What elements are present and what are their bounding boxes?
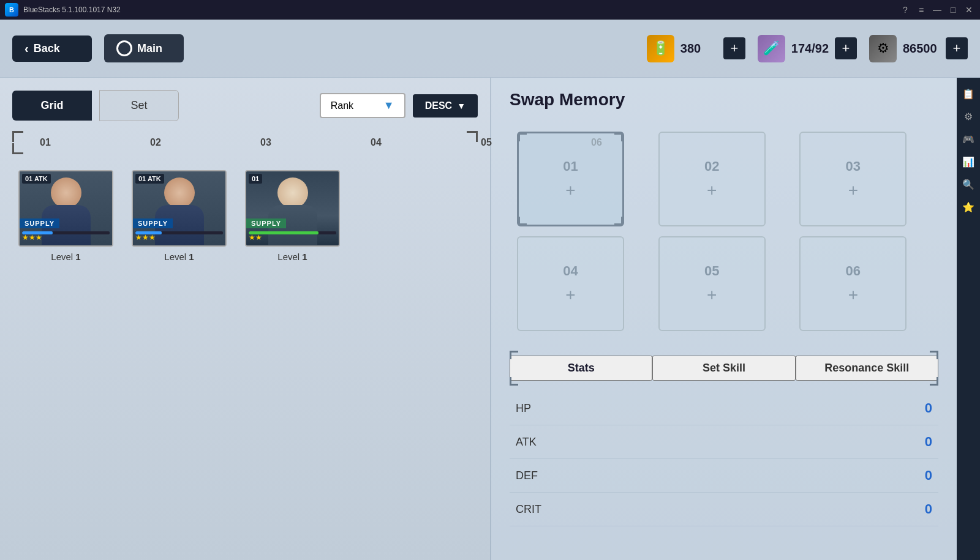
tab-filter-row: Grid Set Rank ▼ DESC ▼	[12, 90, 478, 121]
stats-bracket-tl	[510, 351, 518, 359]
rank-chevron-icon: ▼	[383, 99, 394, 112]
memory-slot-5[interactable]: 05 +	[658, 236, 766, 331]
bracket-bl	[12, 143, 23, 154]
flask-resource: 🧪 174/92 +	[758, 35, 857, 62]
card-level-label-3: Level 1	[277, 252, 307, 262]
card-frame-3: 01 SUPPLY ★★	[245, 170, 340, 247]
stat-value-crit: 0	[895, 501, 932, 517]
memory-slot-4[interactable]: 04 +	[517, 236, 624, 331]
memory-slot-3[interactable]: 03 +	[799, 132, 907, 226]
slot-number-4: 04	[563, 263, 578, 279]
tab-set[interactable]: Set	[99, 90, 179, 121]
tab-set-skill[interactable]: Set Skill	[652, 356, 795, 381]
stat-row-def: DEF 0	[510, 459, 938, 493]
main-label: Main	[137, 42, 162, 55]
sidebar-icon-2[interactable]: ⚙	[959, 106, 978, 126]
slot1-bracket-tr	[614, 133, 623, 141]
rank-dropdown[interactable]: Rank ▼	[320, 93, 405, 118]
left-panel: Grid Set Rank ▼ DESC ▼ 01 02	[0, 78, 490, 560]
maximize-button[interactable]: □	[947, 4, 959, 16]
sidebar-icon-5[interactable]: 🔍	[959, 174, 978, 194]
slot-number-1: 01	[563, 159, 578, 174]
gear-icon: ⚙	[869, 35, 897, 62]
slot-number-6: 06	[846, 263, 861, 279]
stat-name-atk: ATK	[516, 436, 895, 449]
card-badge-1: 01 ATK	[22, 174, 51, 184]
sidebar-icon-3[interactable]: 🎮	[959, 129, 978, 149]
swap-memory-title: Swap Memory	[510, 90, 938, 110]
stats-header: Stats Set Skill Resonance Skill	[510, 351, 938, 386]
desc-arrow-icon: ▼	[457, 101, 466, 111]
list-item[interactable]: 01 SUPPLY ★★ Level 1	[245, 170, 340, 262]
close-button[interactable]: ✕	[963, 4, 975, 16]
back-label: Back	[34, 42, 60, 55]
sidebar-icon-6[interactable]: ⭐	[959, 197, 978, 217]
menu-button[interactable]: ≡	[915, 4, 927, 16]
card-level-label-2: Level 1	[164, 252, 194, 262]
gear-add-button[interactable]: +	[946, 37, 968, 59]
stats-bracket-bl	[510, 377, 518, 386]
memory-slot-2[interactable]: 02 +	[658, 132, 766, 226]
stats-section: Stats Set Skill Resonance Skill HP 0 ATK…	[510, 351, 938, 548]
stat-name-def: DEF	[516, 469, 895, 482]
card-type-3: SUPPLY	[246, 218, 286, 228]
back-button[interactable]: ‹ Back	[12, 35, 92, 62]
titlebar-controls: ? ≡ — □ ✕	[899, 4, 975, 16]
desc-label: DESC	[425, 100, 452, 111]
stat-value-def: 0	[895, 468, 932, 483]
desc-button[interactable]: DESC ▼	[413, 94, 478, 118]
card-stars-1: ★★★	[22, 233, 42, 242]
card-type-1: SUPPLY	[20, 218, 59, 228]
bracket-tr	[467, 131, 478, 142]
titlebar: B BlueStacks 5.1.100.1017 N32 ? ≡ — □ ✕	[0, 0, 980, 20]
slot1-bracket-br	[614, 217, 623, 225]
memory-slot-1[interactable]: 01 +	[517, 132, 624, 226]
help-button[interactable]: ?	[899, 4, 911, 16]
app-area: ‹ Back Main 🔋 380 + 🧪 174/92 + ⚙ 86500 +	[0, 20, 980, 560]
sidebar-icon-1[interactable]: 📋	[959, 84, 978, 103]
slot1-bracket-bl	[518, 217, 527, 225]
tab-resonance-skill[interactable]: Resonance Skill	[796, 356, 938, 381]
col-03: 03	[247, 137, 284, 148]
tab-grid[interactable]: Grid	[12, 91, 92, 121]
topbar: ‹ Back Main 🔋 380 + 🧪 174/92 + ⚙ 86500 +	[0, 20, 980, 78]
memory-slots-container: 01 + 02 + 03 + 04	[510, 124, 938, 338]
battery-icon: 🔋	[647, 35, 674, 62]
stats-rows: HP 0 ATK 0 DEF 0 CRIT 0	[510, 392, 938, 526]
card-stars-2: ★★★	[135, 233, 156, 242]
main-button[interactable]: Main	[104, 34, 184, 62]
tab-stats[interactable]: Stats	[510, 356, 652, 381]
memory-slots-grid: 01 + 02 + 03 + 04	[517, 132, 931, 331]
card-frame-1: 01 ATK SUPPLY ★★★	[18, 170, 113, 247]
slot-plus-2: +	[707, 181, 717, 200]
back-arrow-icon: ‹	[24, 42, 29, 56]
stats-bracket-br	[930, 377, 938, 386]
stat-row-atk: ATK 0	[510, 425, 938, 459]
list-item[interactable]: 01 ATK SUPPLY ★★★ Level 1	[132, 170, 227, 262]
slot-plus-1: +	[565, 181, 575, 200]
list-item[interactable]: 01 ATK SUPPLY ★★★ Level 1	[18, 170, 113, 262]
slot-number-5: 05	[704, 263, 719, 279]
card-badge-2: 01 ATK	[135, 174, 164, 184]
stat-value-hp: 0	[895, 400, 932, 416]
card-badge-3: 01	[249, 174, 262, 184]
slot1-bracket-tl	[518, 133, 527, 141]
stat-name-hp: HP	[516, 402, 895, 415]
stat-row-hp: HP 0	[510, 392, 938, 425]
column-headers: 01 02 03 04 05 06	[21, 137, 469, 148]
battery-value: 380	[680, 42, 717, 56]
memory-slot-6[interactable]: 06 +	[799, 236, 907, 331]
stats-tabs: Stats Set Skill Resonance Skill	[510, 356, 938, 381]
battery-add-button[interactable]: +	[723, 37, 745, 59]
right-panel: Swap Memory 01 + 02 +	[491, 78, 957, 560]
stat-row-crit: CRIT 0	[510, 493, 938, 526]
flask-add-button[interactable]: +	[835, 37, 857, 59]
col-04: 04	[358, 137, 394, 148]
battery-resource: 🔋 380 +	[647, 35, 745, 62]
slot-plus-5: +	[707, 285, 717, 305]
card-stars-3: ★★	[249, 233, 262, 242]
flask-icon: 🧪	[758, 35, 785, 62]
cards-grid: 01 ATK SUPPLY ★★★ Level 1	[12, 164, 478, 268]
minimize-button[interactable]: —	[931, 4, 943, 16]
sidebar-icon-4[interactable]: 📊	[959, 152, 978, 171]
